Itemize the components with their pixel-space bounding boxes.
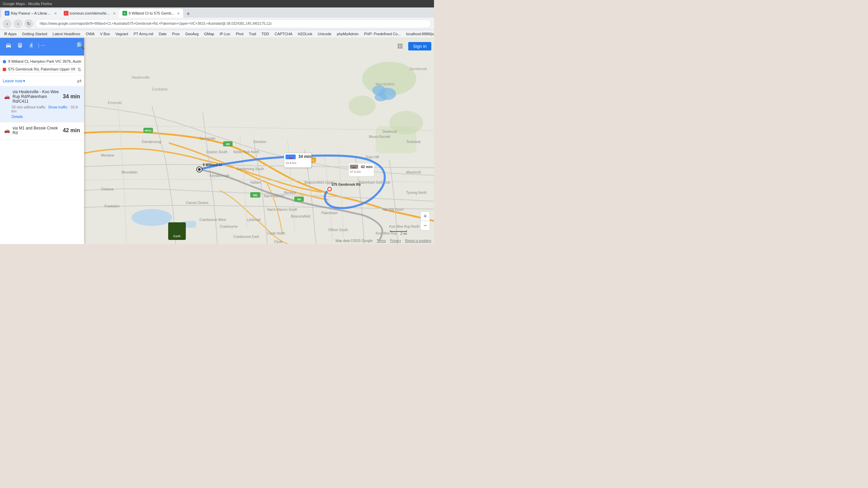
zoom-in-button[interactable]: + [420,211,430,221]
back-button[interactable]: ‹ [3,19,12,28]
svg-text:M411: M411 [145,129,152,132]
swap-button[interactable]: ⇅ [77,67,81,72]
svg-text:Cranbourne East: Cranbourne East [233,235,259,239]
mode-car-button[interactable] [3,41,14,50]
svg-text:Springvale: Springvale [199,137,216,140]
bookmark-unicode[interactable]: Unicode [316,31,333,37]
route-item-1[interactable]: 🚗 via Healesville - Koo Wee Rup Rd/Paken… [0,86,84,122]
route-1-no-traffic: 33 min without traffic [12,105,47,109]
map-container[interactable]: M1 C411 🚗 34 min 33.8 km 🚗 42 min 37.6 k… [84,38,434,244]
svg-rect-85 [401,47,402,48]
svg-text:575 Gembrook Rd: 575 Gembrook Rd [332,183,361,186]
bookmark-unicode-label: Unicode [318,32,331,36]
leave-now-label: Leave now [3,79,22,83]
bookmark-owa[interactable]: OWA [84,31,96,37]
tab-close-3[interactable]: × [177,11,180,16]
tab-3[interactable]: G 9 Willand Ct to 575 Gemb... × [119,9,183,18]
route-2-car-icon: 🚗 [4,128,10,133]
search-icon[interactable]: 🔍 [76,41,85,49]
svg-text:Noble Park North: Noble Park North [233,150,259,154]
svg-text:Dandenong: Dandenong [142,140,161,144]
svg-text:Mentone: Mentone [101,154,114,157]
zoom-out-button[interactable]: − [420,221,430,230]
report-link[interactable]: Report a problem [405,239,431,243]
svg-rect-84 [400,47,401,48]
route-1-show-traffic[interactable]: Show traffic [48,105,67,109]
privacy-link[interactable]: Privacy [390,239,401,243]
address-bar[interactable]: https://www.google.com/maps/dir/9+Willan… [35,19,431,28]
mode-walk-button[interactable] [26,41,37,50]
bookmark-php-predef[interactable]: PHP: Predefined Co... [363,31,402,37]
bookmark-iploc[interactable]: IP-Loc [218,31,232,37]
bookmark-apps-label: Apps [8,32,17,36]
route-1-details-link[interactable]: Details [12,115,80,119]
svg-text:Berwick: Berwick [284,191,296,195]
svg-text:Dewhurst: Dewhurst [382,130,397,134]
title-bar-text: Google Maps - Mozilla Firefox [3,2,52,6]
bookmark-gmap[interactable]: GMap [203,31,216,37]
svg-text:42 min: 42 min [361,165,373,169]
bookmark-vbox[interactable]: V Box [99,31,111,37]
bookmark-localhost[interactable]: localhost:8888/json... [405,31,434,37]
dest-dot [3,68,6,71]
bookmark-geoavg[interactable]: GeoAvg [184,31,200,37]
bookmark-phot[interactable]: Phot [234,31,245,37]
route-item-2[interactable]: 🚗 via M1 and Bessie Creek Rd 42 min [0,122,84,140]
bookmark-getting-started[interactable]: Getting Started [21,31,48,37]
svg-text:Koo Wee Rup North: Koo Wee Rup North [389,225,419,228]
svg-text:Beaconsfield: Beaconsfield [291,215,310,218]
routes-list: 🚗 via Healesville - Koo Wee Rup Rd/Paken… [0,86,84,244]
bookmark-captcha[interactable]: CAPTCHA [273,31,294,37]
browser-chrome: Google Maps - Mozilla Firefox R Ray Pase… [0,0,434,38]
bookmark-php-predef-label: PHP: Predefined Co... [364,32,401,36]
bookmark-headlines[interactable]: Latest Headlines [51,31,82,37]
svg-text:34 min: 34 min [298,154,311,159]
mode-transit-button[interactable] [15,41,25,50]
origin-input[interactable] [8,59,81,64]
bookmark-ptarmy-label: PT Army.mil [134,32,153,36]
input-fields: ⇅ [0,56,84,75]
bookmark-h2olink[interactable]: H2OLink [296,31,314,37]
tab-1[interactable]: R Ray Paseur – A Library of... × [1,9,60,18]
earth-button[interactable]: Earth [168,222,186,240]
address-bar-row: ‹ › ↻ https://www.google.com/maps/dir/9+… [0,18,434,30]
bookmark-trail[interactable]: Trail [248,31,257,37]
refresh-button[interactable]: ↻ [24,19,33,28]
more-modes-button[interactable]: ··· [41,42,45,48]
signin-button[interactable]: Sign in [408,42,431,50]
scale-bar: 2 mi [390,230,407,236]
bookmark-getting-started-label: Getting Started [22,32,47,36]
map-svg: M1 C411 🚗 34 min 33.8 km 🚗 42 min 37.6 k… [84,38,434,244]
svg-rect-77 [398,44,399,45]
bookmark-apps[interactable]: ⊞ Apps [3,31,18,37]
svg-text:Moorabbin: Moorabbin [121,170,137,174]
bookmark-vbox-label: V Box [100,32,110,36]
bookmark-gmap-label: GMap [204,32,214,36]
bookmark-phpmyadmin[interactable]: phpMyAdmin [335,31,360,37]
apps-grid-button[interactable] [395,41,406,52]
svg-rect-83 [398,47,399,48]
dest-input[interactable] [8,66,75,72]
bookmark-ptarmy[interactable]: PT Army.mil [132,31,155,37]
svg-text:Narre Warren South: Narre Warren South [267,208,297,211]
bookmark-vagrant-label: Vagrant [115,32,128,36]
leave-now-button[interactable]: Leave now ▾ [3,79,25,83]
svg-text:Officer South: Officer South [328,228,348,232]
bookmark-date-label: Date [159,32,166,36]
bookmark-apps-icon: ⊞ [4,32,7,36]
bookmark-prox[interactable]: Prox [171,31,181,37]
forward-button[interactable]: › [14,19,22,28]
bookmark-vagrant[interactable]: Vagrant [114,31,130,37]
new-tab-button[interactable]: + [184,10,193,18]
tab-close-1[interactable]: × [54,11,57,16]
tab-close-2[interactable]: × [113,11,116,16]
tab-title-2: icomoun.com/demo/temp... [70,11,111,15]
reverse-route-button[interactable]: ⇄ [77,78,81,84]
svg-rect-78 [400,44,401,45]
tab-2[interactable]: i icomoun.com/demo/temp... × [60,9,119,18]
bookmark-tdd[interactable]: TDD [260,31,271,37]
svg-rect-79 [401,44,402,45]
terms-link[interactable]: Terms [377,239,386,243]
bookmark-iploc-label: IP-Loc [220,32,231,36]
bookmark-date[interactable]: Date [157,31,168,37]
